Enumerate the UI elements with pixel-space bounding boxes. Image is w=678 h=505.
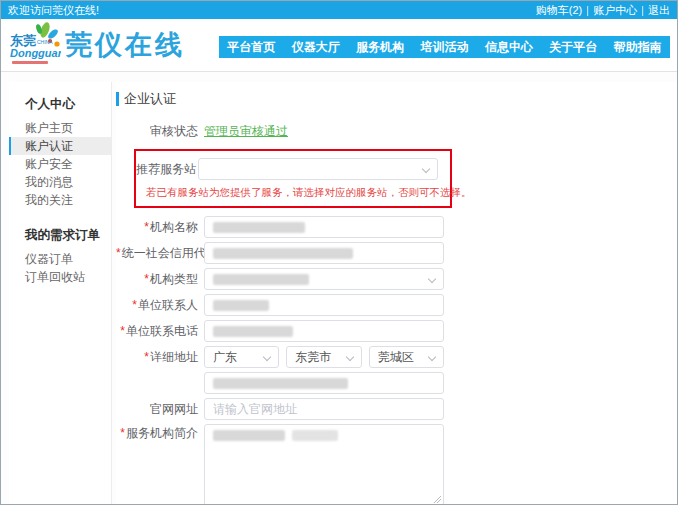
chevron-down-icon [422,165,430,173]
topbar-separator: | [586,4,589,16]
chevron-down-icon [428,353,436,361]
website-input[interactable] [204,398,444,420]
topbar-links: 购物车(2) | 账户中心 | 退出 [536,3,670,18]
sidebar-item-account-home[interactable]: 账户主页 [9,119,111,137]
svg-text:东莞: 东莞 [9,33,37,48]
address-city-select[interactable]: 东莞市 [286,346,361,368]
chevron-down-icon [428,275,436,283]
logout-link[interactable]: 退出 [648,3,670,18]
status-label: 审核状态 [116,120,204,142]
redacted-value [213,300,269,311]
redacted-value [213,248,353,259]
sidebar-group-personal-center: 个人中心 [9,90,111,119]
sidebar-item-my-messages[interactable]: 我的消息 [9,173,111,191]
nav-item-service-orgs[interactable]: 服务机构 [348,36,412,58]
redacted-value [292,430,338,441]
redacted-value [213,274,309,285]
address-district-select[interactable]: 莞城区 [369,346,444,368]
dongguan-emblem-icon: 东莞 CHINA Dongguan [9,22,61,68]
intro-textarea[interactable] [204,424,444,505]
contact-person-label: *单位联系人 [116,294,204,316]
sidebar-item-instrument-orders[interactable]: 仪器订单 [9,250,111,268]
address-province-select[interactable]: 广东 [204,346,279,368]
welcome-text: 欢迎访问莞仪在线! [8,3,99,18]
account-center-link[interactable]: 账户中心 [593,3,637,18]
nav-item-instrument-hall[interactable]: 仪器大厅 [283,36,347,58]
contact-phone-label: *单位联系电话 [116,320,204,342]
org-type-label: *机构类型 [116,268,204,290]
contact-person-input[interactable] [204,294,444,316]
sidebar-item-my-follows[interactable]: 我的关注 [9,191,111,209]
redacted-value [213,222,305,233]
nav-item-info-center[interactable]: 信息中心 [477,36,541,58]
nav-item-home[interactable]: 平台首页 [219,36,283,58]
sidebar-item-account-security[interactable]: 账户安全 [9,155,111,173]
address-label: *详细地址 [116,346,204,368]
svg-text:CHINA: CHINA [37,39,53,45]
main-nav: 平台首页 仪器大厅 服务机构 培训活动 信息中心 关于平台 帮助指南 [219,36,670,58]
top-utility-bar: 欢迎访问莞仪在线! 购物车(2) | 账户中心 | 退出 [1,1,677,19]
org-name-input[interactable] [204,216,444,238]
enterprise-certification-form: 审核状态 管理员审核通过 推荐服务站 若已有服务站为您提供了服务，请选择对应的服… [116,120,677,505]
site-logo[interactable]: 东莞 CHINA Dongguan 莞仪在线 [9,22,185,68]
redacted-value [213,326,293,337]
redacted-value [213,430,285,441]
main-panel: 企业认证 审核状态 管理员审核通过 推荐服务站 [116,82,677,504]
sidebar-item-account-certification[interactable]: 账户认证 [9,137,111,155]
address-detail-input[interactable] [204,372,444,394]
contact-phone-input[interactable] [204,320,444,342]
nav-item-about[interactable]: 关于平台 [541,36,605,58]
browser-page: 欢迎访问莞仪在线! 购物车(2) | 账户中心 | 退出 东莞 CHINA Do… [0,0,678,505]
sidebar-item-order-recycle-bin[interactable]: 订单回收站 [9,268,111,286]
recommend-station-hint: 若已有服务站为您提供了服务，请选择对应的服务站，否则可不选择。 [136,186,442,200]
content-area: 个人中心 账户主页 账户认证 账户安全 我的消息 我的关注 我的需求订单 仪器订… [1,71,677,504]
redacted-value [213,378,348,389]
cart-link[interactable]: 购物车(2) [536,3,582,18]
topbar-separator: | [641,4,644,16]
org-type-select[interactable] [204,268,444,290]
org-name-label: *机构名称 [116,216,204,238]
sidebar: 个人中心 账户主页 账户认证 账户安全 我的消息 我的关注 我的需求订单 仪器订… [9,82,112,504]
website-label: 官网网址 [116,398,204,420]
resize-handle-icon[interactable] [433,495,441,503]
nav-item-training[interactable]: 培训活动 [412,36,476,58]
credit-code-label: *统一社会信用代码 [116,242,204,264]
site-header: 东莞 CHINA Dongguan 莞仪在线 平台首页 仪器大厅 服务机构 培训… [1,19,677,71]
status-value: 管理员审核通过 [204,123,288,140]
recommend-station-highlight-box: 推荐服务站 若已有服务站为您提供了服务，请选择对应的服务站，否则可不选择。 [134,149,452,208]
recommend-station-select[interactable] [198,158,438,180]
title-accent-bar [116,92,119,106]
credit-code-input[interactable] [204,242,444,264]
recommend-station-label: 推荐服务站 [136,158,198,180]
nav-item-help[interactable]: 帮助指南 [606,36,670,58]
page-title: 企业认证 [116,90,677,108]
chevron-down-icon [345,353,353,361]
chevron-down-icon [263,353,271,361]
svg-text:Dongguan: Dongguan [10,47,61,59]
sidebar-group-demand-orders: 我的需求订单 [9,221,111,250]
intro-label: *服务机构简介 [116,424,204,440]
site-name: 莞仪在线 [65,22,185,68]
page-title-text: 企业认证 [124,90,176,108]
